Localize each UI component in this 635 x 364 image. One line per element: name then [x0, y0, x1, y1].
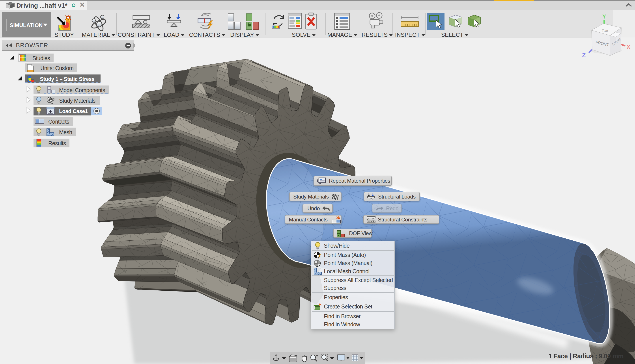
svg-text:X: X — [626, 44, 630, 50]
svg-text:Z: Z — [582, 52, 586, 58]
svg-text:Y: Y — [602, 14, 606, 20]
